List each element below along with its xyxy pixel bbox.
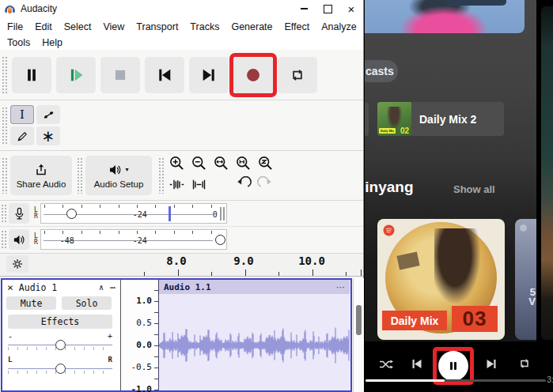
menu-tracks[interactable]: Tracks <box>190 21 219 32</box>
meter-label: 0 <box>213 210 218 219</box>
partial-next-card[interactable]: 5V <box>515 219 536 340</box>
record-meter-button[interactable] <box>9 203 29 224</box>
maximize-button[interactable] <box>316 1 339 17</box>
toolbar-grip[interactable] <box>2 107 7 144</box>
undo-button[interactable] <box>235 176 256 196</box>
play-button[interactable] <box>56 57 96 93</box>
share-icon <box>34 163 48 177</box>
track-collapse-icon[interactable]: ∧ <box>99 283 104 292</box>
redo-button[interactable] <box>257 176 278 196</box>
pan-slider[interactable] <box>8 365 112 373</box>
zoom-out-button[interactable] <box>191 155 211 175</box>
zoom-fit-button[interactable] <box>235 155 256 175</box>
toolbar-grip[interactable] <box>2 56 7 93</box>
minimize-icon <box>301 8 308 9</box>
track-menu-icon[interactable]: ⋯ <box>110 282 116 293</box>
daily-mix-3-card[interactable]: Daily Mix 03 <box>377 219 505 340</box>
hero-image[interactable] <box>365 0 525 33</box>
audacity-titlebar: Audacity × <box>0 0 363 17</box>
channel-right-label: R <box>34 239 38 246</box>
selection-tool-button[interactable]: I <box>10 105 34 124</box>
envelope-tool-button[interactable] <box>36 105 60 124</box>
playback-meter-bar[interactable]: -48 -24 <box>40 229 227 250</box>
skip-to-end-icon <box>200 66 218 84</box>
partial-shortcut-card[interactable] <box>365 103 369 136</box>
shuffle-button[interactable] <box>378 357 394 371</box>
share-audio-label: Share Audio <box>17 179 66 189</box>
skip-to-start-button[interactable] <box>145 57 184 93</box>
meter-label: -48 <box>60 236 74 245</box>
toolbar-grip[interactable] <box>158 157 164 194</box>
zoom-out-icon <box>191 155 207 172</box>
timeline-ruler[interactable]: 8.0 9.0 10.0 <box>0 254 363 277</box>
track-close-icon[interactable]: × <box>7 281 13 293</box>
zoom-selection-icon <box>213 155 229 172</box>
recording-meter-bar[interactable]: -24 0 <box>40 203 227 224</box>
track-scrollbar[interactable] <box>353 278 364 392</box>
record-button[interactable] <box>233 57 273 93</box>
menu-tools[interactable]: Tools <box>7 37 30 48</box>
gear-icon <box>12 258 23 270</box>
envelope-icon <box>42 108 55 122</box>
skip-to-end-button[interactable] <box>189 57 229 93</box>
ibeam-icon: I <box>20 109 25 121</box>
menu-transport[interactable]: Transport <box>136 21 178 32</box>
menu-view[interactable]: View <box>103 21 124 32</box>
menu-analyze[interactable]: Analyze <box>321 21 356 32</box>
toolbar-grip[interactable] <box>1 204 6 223</box>
timeline-options-button[interactable] <box>6 255 28 273</box>
clip-header[interactable]: Audio 1.1 ⋯ <box>159 280 350 294</box>
share-audio-button[interactable]: Share Audio <box>10 156 72 195</box>
draw-tool-button[interactable] <box>10 126 34 145</box>
scrollbar-thumb[interactable] <box>356 305 362 335</box>
menu-help[interactable]: Help <box>42 37 62 48</box>
clip-menu-icon[interactable]: ⋯ <box>336 282 345 292</box>
show-all-link[interactable]: Show all <box>453 183 495 195</box>
gain-slider-knob[interactable] <box>55 340 66 350</box>
recording-volume-slider[interactable] <box>66 209 77 219</box>
menu-file[interactable]: File <box>7 21 23 32</box>
track-name[interactable]: Audio 1 <box>19 282 57 293</box>
toolbar-grip[interactable] <box>77 157 82 194</box>
trim-audio-icon <box>169 176 185 193</box>
multi-tool-button[interactable]: ∗ <box>36 126 60 145</box>
previous-track-button[interactable] <box>410 356 424 371</box>
playback-volume-slider[interactable] <box>215 235 225 245</box>
zoom-selection-button[interactable] <box>213 155 233 175</box>
silence-audio-button[interactable] <box>191 176 211 196</box>
menu-select[interactable]: Select <box>64 21 92 32</box>
toolbar-grip[interactable] <box>2 157 7 194</box>
pan-slider-knob[interactable] <box>55 364 66 374</box>
next-track-icon <box>484 356 498 371</box>
audio-clip[interactable]: Audio 1.1 ⋯ <box>159 280 350 390</box>
audio-setup-button[interactable]: ▾ Audio Setup <box>85 156 152 195</box>
next-track-button[interactable] <box>484 356 498 371</box>
pause-button[interactable] <box>12 57 51 93</box>
record-highlight-box <box>229 53 277 97</box>
trim-audio-button[interactable] <box>169 176 189 196</box>
daily-mix-2-card[interactable]: Daily Mix 02 Daily Mix 2 <box>377 102 504 136</box>
zoom-in-button[interactable] <box>169 155 189 175</box>
solo-button[interactable]: Solo <box>62 296 112 310</box>
menu-generate[interactable]: Generate <box>231 21 272 32</box>
toolbar-grip[interactable] <box>1 230 6 249</box>
zoom-toggle-button[interactable] <box>257 155 278 175</box>
podcasts-filter-chip[interactable]: casts <box>365 60 398 82</box>
spotify-player-bar: 3: <box>364 341 553 392</box>
loop-button[interactable] <box>278 57 317 93</box>
waveform[interactable] <box>159 294 350 390</box>
zoom-toggle-icon <box>257 155 274 172</box>
progress-bar[interactable] <box>366 379 546 382</box>
mute-button[interactable]: Mute <box>6 296 56 310</box>
audacity-window: Audacity × File Edit Select View Transpo… <box>0 0 364 392</box>
menu-effect[interactable]: Effect <box>285 21 310 32</box>
stop-button[interactable] <box>100 57 140 93</box>
playback-meter-button[interactable] <box>9 229 29 250</box>
gain-slider[interactable] <box>8 341 112 349</box>
menu-edit[interactable]: Edit <box>35 21 52 32</box>
minimize-button[interactable] <box>292 1 316 17</box>
close-button[interactable]: × <box>339 1 363 17</box>
repeat-button[interactable] <box>517 356 532 371</box>
play-pause-button[interactable] <box>438 351 468 381</box>
effects-button[interactable]: Effects <box>8 315 112 329</box>
